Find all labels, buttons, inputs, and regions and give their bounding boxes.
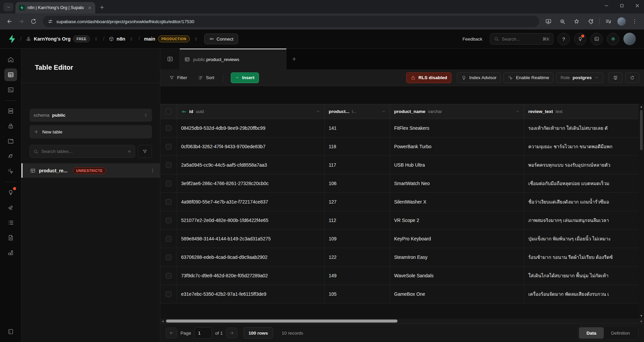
enable-realtime-button[interactable]: Enable Realtime: [503, 72, 553, 83]
column-header-product-name[interactable]: product_name varchar: [390, 104, 524, 119]
sidebar-item-integrations[interactable]: [4, 246, 17, 259]
back-icon[interactable]: [4, 16, 15, 27]
sidebar-item-database[interactable]: [4, 105, 17, 117]
cell-id[interactable]: 589e8498-3144-4144-b149-2c3ad31a5275: [177, 230, 325, 248]
cell-review-text[interactable]: ร้อนช้ามาก รอนาน รีดผ้าไม่เรียบ ต้องรีดซ…: [524, 248, 639, 266]
expand-all-icon[interactable]: [127, 149, 131, 154]
cell-product-id[interactable]: 105: [325, 285, 390, 303]
row-checkbox[interactable]: [166, 236, 171, 242]
extensions-icon[interactable]: [585, 16, 596, 27]
next-page-button[interactable]: [226, 328, 237, 338]
sort-button[interactable]: Sort: [194, 72, 218, 83]
vertical-scrollbar[interactable]: ▲ ▼: [639, 104, 644, 319]
scroll-left-icon[interactable]: ◄: [160, 320, 165, 323]
breadcrumb-branch[interactable]: main PRODUCTION: [144, 36, 190, 42]
cell-id[interactable]: 73f9dc7c-d9e8-462d-820e-f05d27289a02: [177, 267, 325, 285]
tab-search-button[interactable]: [3, 3, 13, 11]
project-switcher-icon[interactable]: [128, 36, 134, 42]
minimize-icon[interactable]: [603, 2, 610, 9]
cell-product-id[interactable]: 141: [325, 119, 390, 137]
page-input[interactable]: [195, 327, 212, 339]
column-menu-icon[interactable]: [316, 109, 320, 114]
install-app-icon[interactable]: [543, 16, 554, 27]
cell-product-id[interactable]: 117: [325, 156, 390, 174]
column-header-review-text[interactable]: review_text text: [524, 104, 639, 119]
refresh-button[interactable]: [625, 72, 639, 83]
cell-product-name[interactable]: VR Scope 2: [390, 211, 524, 229]
sidebar-item-reports[interactable]: [4, 201, 17, 214]
breadcrumb-org[interactable]: KarnYong's Org FREE: [26, 36, 90, 42]
cell-review-text[interactable]: ชื่อว่าเงียบแต่เสียงดังมาก แถมน้ำรั่วซึม…: [524, 193, 639, 211]
cell-product-id[interactable]: 112: [325, 211, 390, 229]
column-menu-icon[interactable]: [516, 109, 520, 114]
column-menu-icon[interactable]: [381, 109, 386, 114]
hscroll-track[interactable]: [165, 320, 639, 323]
cell-review-text[interactable]: เครื่องร้อนจัดมาก พัดลมเสียงดังรบกวน เ: [524, 285, 639, 303]
tab-product-reviews[interactable]: public.product_reviews: [180, 49, 286, 69]
branch-switcher-icon[interactable]: [193, 36, 199, 42]
scroll-down-icon[interactable]: ▼: [640, 314, 643, 318]
maximize-icon[interactable]: [619, 2, 625, 9]
cell-id[interactable]: 4a98f090-55e7-4e7b-a31e-f722174ce837: [177, 193, 325, 211]
sidebar-item-logs[interactable]: [4, 216, 17, 229]
cell-id[interactable]: 3e9f2ae6-286c-4766-8261-27328c20cb0c: [177, 174, 325, 192]
sidebar-item-advisors[interactable]: [4, 186, 17, 199]
terminal-button[interactable]: [590, 33, 603, 45]
browser-menu-icon[interactable]: [629, 16, 640, 27]
view-tab-definition[interactable]: Definition: [604, 327, 637, 339]
breadcrumb-project[interactable]: n8n: [109, 36, 125, 42]
cell-product-name[interactable]: WaveSole Sandals: [390, 267, 524, 285]
row-select-cell[interactable]: [160, 193, 177, 211]
org-switcher-icon[interactable]: [93, 36, 99, 42]
scroll-up-icon[interactable]: ▲: [640, 105, 643, 108]
cell-product-id[interactable]: 118: [325, 137, 390, 156]
reload-icon[interactable]: [28, 16, 39, 27]
cell-product-name[interactable]: KeyPro Keyboard: [390, 230, 524, 248]
browser-tab[interactable]: n8n | KarnYong's Org | Supabas: [15, 2, 95, 13]
site-info-icon[interactable]: [48, 19, 53, 24]
sidebar-item-sql-editor[interactable]: [4, 83, 17, 96]
sidebar-item-project-settings[interactable]: [4, 325, 17, 338]
rows-per-page-button[interactable]: 100 rows: [244, 327, 273, 339]
cell-review-text[interactable]: ภาพสมจริงมากๆ เล่นเกมสนุกจนลืมเวลา: [524, 211, 639, 229]
browser-avatar[interactable]: [617, 17, 626, 26]
feedback-button[interactable]: Feedback: [459, 37, 486, 42]
sidebar-item-api-docs[interactable]: [4, 231, 17, 244]
new-table-button[interactable]: New table: [30, 125, 152, 138]
row-checkbox[interactable]: [166, 162, 171, 168]
row-select-cell[interactable]: [160, 137, 177, 156]
api-docs-button[interactable]: [608, 72, 623, 83]
sidebar-item-home[interactable]: [4, 53, 17, 66]
search-tables-box[interactable]: [30, 145, 135, 158]
supabase-logo[interactable]: [7, 35, 16, 43]
cell-id[interactable]: e31e7ebc-5350-42b2-97a1-fe6115ff3de9: [177, 285, 325, 303]
help-button[interactable]: ?: [557, 33, 570, 45]
cell-id[interactable]: 08425db9-532d-4db9-9ee9-29b20ffbc99: [177, 119, 325, 137]
row-checkbox[interactable]: [166, 218, 171, 223]
row-checkbox[interactable]: [166, 273, 171, 279]
new-editor-tab-button[interactable]: [286, 49, 302, 69]
sidebar-item-realtime[interactable]: [4, 165, 17, 178]
schema-select[interactable]: schema public: [30, 109, 152, 122]
cell-product-name[interactable]: SilentWasher X: [390, 193, 524, 211]
cell-id[interactable]: 521077e2-2e0d-482e-800b-1fd6422f4e65: [177, 211, 325, 229]
cell-id[interactable]: 2a5a0945-cc9c-44c5-aaf5-cfd8558a7aa3: [177, 156, 325, 174]
horizontal-scrollbar[interactable]: ◄ ►: [160, 319, 644, 324]
role-select[interactable]: Role postgres: [556, 72, 603, 83]
row-checkbox[interactable]: [166, 254, 171, 260]
vscroll-thumb[interactable]: [640, 110, 643, 150]
cell-review-text[interactable]: ปุ่มแข็งมาก พิมพ์นานๆ เมื่อยนิ้ว ไม่เหมา…: [524, 230, 639, 248]
cell-review-text[interactable]: รองเท้ากัดเท้ามาก ใส่เดินไม่สบายเลย ตั: [524, 119, 639, 137]
search-tables-input[interactable]: [41, 149, 124, 154]
cell-product-name[interactable]: SmartWatch Neo: [390, 174, 524, 192]
cell-product-id[interactable]: 109: [325, 230, 390, 248]
cell-product-name[interactable]: SteamIron Easy: [390, 248, 524, 266]
cell-product-name[interactable]: USB Hub Ultra: [390, 156, 524, 174]
rls-disabled-button[interactable]: RLS disabled: [406, 72, 452, 83]
table-list-item-product-reviews[interactable]: product_re... UNRESTRICTE: [21, 163, 160, 178]
connect-button[interactable]: Connect: [204, 34, 238, 44]
row-checkbox[interactable]: [166, 144, 171, 150]
select-all-cell[interactable]: [160, 104, 177, 119]
new-tab-button[interactable]: [97, 3, 107, 12]
cell-product-name[interactable]: FitFlex Sneakers: [390, 119, 524, 137]
